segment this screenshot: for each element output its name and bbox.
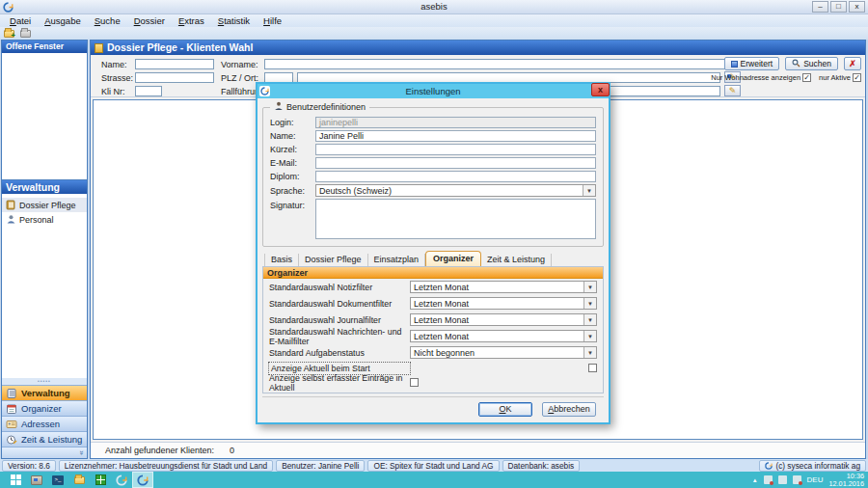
- tray-expand-icon[interactable]: ▲: [752, 477, 758, 483]
- signatur-textarea[interactable]: [315, 199, 596, 239]
- abbrechen-button[interactable]: Abbrechen: [542, 402, 596, 417]
- tab-dossier-pflege[interactable]: Dossier Pflege: [299, 254, 368, 266]
- main-title: Dossier Pflege - Klienten Wahl: [107, 41, 253, 55]
- strasse-input[interactable]: [135, 72, 214, 83]
- klinr-label: Kli Nr:: [101, 87, 125, 96]
- nav-zeit-leistung[interactable]: Zeit & Leistung: [2, 431, 87, 447]
- nav-organizer[interactable]: Organizer: [2, 400, 87, 416]
- tray-icon-1[interactable]: [764, 475, 773, 484]
- einstellungen-dialog: Einstellungen x Benutzerdefinitionen Log…: [256, 82, 610, 424]
- toolbar: +: [0, 27, 868, 40]
- main-header: Dossier Pflege - Klienten Wahl: [91, 41, 865, 55]
- sidebar-item-personal[interactable]: Personal: [2, 212, 87, 227]
- chevron-down-icon[interactable]: ▼: [583, 347, 596, 358]
- nav-label: Verwaltung: [21, 388, 70, 398]
- nur-aktive-checkbox[interactable]: ✓: [853, 73, 861, 82]
- erweitert-icon: [731, 61, 738, 68]
- chevron-down-icon[interactable]: ▼: [583, 282, 596, 292]
- open-folder-icon[interactable]: [19, 28, 32, 39]
- tray-icon-2[interactable]: [778, 475, 787, 484]
- menu-datei[interactable]: Datei: [3, 15, 38, 26]
- ok-button[interactable]: OK: [478, 402, 532, 417]
- anzeige-eintraege-label: Anzeige selbst erfasster Einträge in Akt…: [269, 373, 410, 393]
- nav-label: Zeit & Leistung: [21, 434, 82, 445]
- asebis-taskbar-icon[interactable]: [111, 472, 132, 488]
- erweitert-button[interactable]: Erweitert: [724, 57, 780, 70]
- aufgabenstatus-label: Standard Aufgabenstatus: [269, 348, 410, 358]
- server-manager-icon[interactable]: [26, 472, 47, 488]
- menu-dossier[interactable]: Dossier: [127, 15, 172, 26]
- sidebar-tree: Dossier Pflege Personal: [2, 194, 87, 378]
- nav-verwaltung[interactable]: Verwaltung: [2, 385, 87, 400]
- tab-zeit-leistung[interactable]: Zeit & Leistung: [481, 254, 552, 266]
- settings-tabs: Basis Dossier Pflege Einsatzplan Organiz…: [262, 253, 604, 266]
- menu-statistik[interactable]: Statistik: [211, 15, 257, 26]
- language-indicator[interactable]: DEU: [807, 475, 824, 484]
- sidebar-expander[interactable]: »: [2, 447, 87, 458]
- journalfilter-select[interactable]: Letzten Monat ▼: [410, 313, 597, 326]
- menu-extras[interactable]: Extras: [172, 15, 211, 26]
- results-footer: Anzahl gefundener Klienten: 0: [91, 442, 865, 458]
- green-app-icon[interactable]: [90, 472, 111, 488]
- kuerzel-label: Kürzel:: [270, 145, 315, 154]
- groupbox-label: Benutzerdefinitionen: [286, 102, 366, 112]
- dokumentfilter-select[interactable]: Letzten Monat ▼: [410, 297, 597, 310]
- open-windows-header: Offene Fenster: [2, 41, 87, 53]
- sprache-select[interactable]: Deutsch (Schweiz) ▼: [315, 184, 596, 197]
- nav-label: Organizer: [21, 403, 62, 414]
- maximize-button[interactable]: □: [830, 1, 847, 13]
- organizer-section-header: Organizer: [263, 267, 603, 279]
- chevron-down-icon[interactable]: ▼: [583, 185, 595, 196]
- sidebar-item-dossier-pflege[interactable]: Dossier Pflege: [2, 198, 87, 212]
- asebis-active-taskbar-icon[interactable]: [132, 472, 153, 488]
- menu-hilfe[interactable]: Hilfe: [257, 15, 288, 26]
- user-avatar-icon: [274, 101, 284, 113]
- new-folder-icon[interactable]: +: [3, 28, 15, 39]
- tray-icon-3[interactable]: [793, 475, 801, 484]
- diplom-input[interactable]: [315, 171, 596, 182]
- chevron-down-icon[interactable]: ▼: [583, 331, 596, 341]
- powershell-icon[interactable]: >_: [47, 472, 68, 488]
- email-input[interactable]: [315, 157, 596, 169]
- tree-item-label: Personal: [19, 215, 54, 225]
- tab-basis[interactable]: Basis: [264, 254, 299, 266]
- clock[interactable]: 10:36 12.01.2016: [828, 473, 864, 488]
- anzeige-aktuell-checkbox[interactable]: [588, 364, 597, 372]
- nav-adressen[interactable]: Adressen: [2, 416, 87, 431]
- name-input[interactable]: Janine Pelli: [315, 130, 596, 142]
- fallfuehrung-edit-button[interactable]: ✎: [724, 85, 741, 96]
- klinr-input[interactable]: [135, 86, 162, 96]
- vorname-input[interactable]: [264, 59, 743, 69]
- tab-organizer[interactable]: Organizer: [425, 251, 481, 266]
- minimize-button[interactable]: –: [812, 1, 828, 13]
- vorname-label: Vorname:: [221, 60, 258, 69]
- nachrichtenfilter-label: Standardauswahl Nachrichten- und E-Mailf…: [269, 327, 410, 346]
- adressen-icon: [6, 419, 17, 430]
- name-label: Name:: [270, 131, 315, 141]
- clear-search-button[interactable]: ✗: [844, 57, 861, 70]
- aufgabenstatus-select[interactable]: Nicht begonnen ▼: [410, 346, 597, 359]
- suchen-button[interactable]: Suchen: [785, 57, 838, 70]
- chevron-down-icon[interactable]: ▼: [583, 298, 596, 309]
- menu-suche[interactable]: Suche: [88, 15, 127, 26]
- sidebar-grip[interactable]: •••••: [2, 378, 87, 385]
- status-lizenznehmer: Lizenznehmer: Hausbetreuungsdienst für S…: [59, 460, 273, 472]
- tab-einsatzplan[interactable]: Einsatzplan: [368, 254, 426, 266]
- close-button[interactable]: x: [849, 1, 865, 13]
- notizfilter-select[interactable]: Letzten Monat ▼: [410, 281, 597, 293]
- menu-ausgabe[interactable]: Ausgabe: [38, 15, 88, 26]
- verwaltung-icon: [6, 388, 17, 399]
- chevron-down-icon[interactable]: ▼: [583, 314, 596, 325]
- anzeige-eintraege-checkbox[interactable]: [410, 378, 419, 387]
- start-button[interactable]: [5, 472, 26, 488]
- wohnadresse-checkbox[interactable]: ✓: [802, 73, 811, 82]
- kuerzel-input[interactable]: [315, 144, 596, 155]
- results-count-label: Anzahl gefundener Klienten:: [105, 446, 214, 455]
- verwaltung-header: Verwaltung: [2, 179, 87, 194]
- dokumentfilter-label: Standardauswahl Dokumentfilter: [269, 299, 410, 309]
- file-explorer-icon[interactable]: [68, 472, 90, 488]
- menu-bar: Datei Ausgabe Suche Dossier Extras Stati…: [0, 14, 868, 27]
- name-input[interactable]: [135, 59, 214, 69]
- nachrichtenfilter-select[interactable]: Letzten Monat ▼: [410, 330, 597, 342]
- dialog-close-button[interactable]: x: [591, 83, 610, 96]
